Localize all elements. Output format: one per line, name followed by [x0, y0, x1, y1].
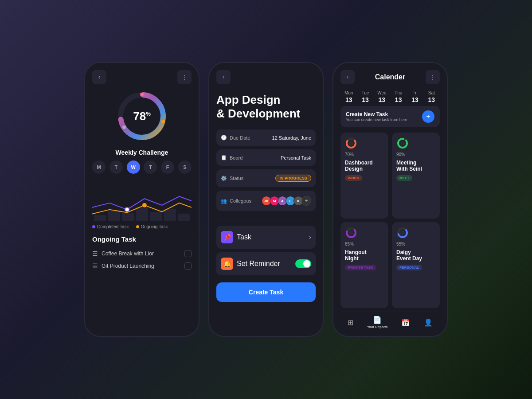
due-date-field: 🕐 Due Date 12 Saturday, June [216, 129, 316, 146]
task-card-2[interactable]: 90% MeetingWith Seinl MEET [392, 133, 440, 219]
task-card-1[interactable]: 70% DashboardDesign WORK [340, 133, 388, 219]
nav-profile[interactable]: 👤 [424, 318, 433, 327]
progress-value: 78% [133, 110, 151, 123]
task-pct-1: 70% [345, 152, 384, 157]
task-donut-1 [345, 137, 357, 149]
task-name-card-1: DashboardDesign [345, 160, 384, 172]
task-name-card-4: DaigyEvent Day [396, 249, 435, 262]
reminder-icon: 🔔 [221, 258, 233, 270]
task-icon: 📌 [221, 231, 233, 243]
task-name-1: Coffee Break with Lior [102, 250, 154, 257]
day-M[interactable]: M [92, 160, 106, 174]
task-tag-1: WORK [345, 175, 362, 181]
chart-legend: Completed Task Ongoing Task [92, 224, 192, 229]
day-F[interactable]: F [161, 160, 174, 174]
phone-2: ‹ App Design & Development 🕐 Due Date 12… [208, 62, 324, 337]
nav-reports[interactable]: 📄 Your Reports [367, 316, 387, 329]
task-tag-4: PERSONAL [396, 265, 422, 270]
new-task-card: Create New Task You can create new task … [340, 106, 440, 127]
phone-3: ‹ Calender ⋮ Mon 13 Tue 13 Wed 13 Thu 13… [332, 62, 448, 337]
tasks-grid: 70% DashboardDesign WORK 90% MeetingWith… [340, 133, 440, 308]
cal-day-sat[interactable]: Sat 13 [423, 90, 440, 103]
collegous-label: 👥 Collegous [221, 198, 251, 204]
cal-day-tue[interactable]: Tue 13 [357, 90, 373, 103]
bottom-nav: ⊞ 📄 Your Reports 📅 👤 [340, 312, 440, 329]
cal-day-wed[interactable]: Wed 13 [374, 90, 390, 103]
calendar-title: Calender [375, 73, 405, 81]
nav-grid[interactable]: ⊞ [348, 318, 353, 327]
task-checkbox-1[interactable] [184, 250, 192, 257]
svg-point-2 [140, 93, 144, 96]
cal-day-fri[interactable]: Fri 13 [407, 90, 423, 103]
task-nav-arrow: › [309, 233, 311, 241]
reminder-label: Set Reminder [237, 260, 280, 268]
svg-point-15 [349, 231, 353, 235]
task-donut-4 [396, 227, 409, 239]
task-pct-4: 55% [396, 242, 435, 246]
svg-point-12 [400, 141, 405, 145]
svg-point-18 [400, 231, 405, 235]
svg-point-4 [122, 125, 126, 129]
svg-point-3 [161, 120, 165, 123]
progress-donut: 78% [92, 90, 192, 143]
task-tag-3: PRIVATE TASK [345, 265, 376, 270]
task-pct-3: 65% [345, 242, 384, 246]
phone2-header: ‹ [216, 70, 316, 84]
task-tag-2: MEET [396, 175, 412, 181]
task-card-3[interactable]: 65% HangoutNight PRIVATE TASK [340, 222, 388, 308]
back-button[interactable]: ‹ [92, 70, 106, 84]
day-W[interactable]: W [127, 160, 140, 174]
task-donut-2 [396, 137, 409, 149]
reminder-row: 🔔 Set Reminder [216, 252, 316, 275]
task-name-2: Git Product Launching [102, 263, 154, 269]
cal-day-thu[interactable]: Thu 13 [390, 90, 407, 103]
nav-calendar[interactable]: 📅 [401, 318, 410, 327]
menu-button[interactable]: ⋮ [177, 70, 192, 84]
task-name-card-3: HangoutNight [345, 249, 384, 262]
status-label: ⚙️ Status [221, 176, 243, 181]
svg-point-9 [349, 141, 353, 145]
board-field: 📋 Board Personal Task [216, 149, 316, 166]
add-avatar-btn[interactable]: + [301, 196, 311, 206]
project-title: App Design & Development [216, 93, 316, 121]
cal-day-mon[interactable]: Mon 13 [340, 90, 357, 103]
task-item-2: ☰ Git Product Launching [92, 260, 192, 272]
back-button-p2[interactable]: ‹ [216, 70, 231, 84]
phone-1: ‹ ⋮ 78% Weekly Challenge [84, 62, 200, 337]
board-value: Personal Task [281, 155, 311, 160]
due-date-label: 🕐 Due Date [221, 135, 250, 141]
status-badge: IN PROGRESS [275, 175, 311, 182]
task-nav-row[interactable]: 📌 Task › [216, 226, 316, 249]
task-item-1: ☰ Coffee Break with Lior [92, 247, 192, 260]
new-task-plus-button[interactable]: + [422, 110, 434, 123]
status-field: ⚙️ Status IN PROGRESS [216, 169, 316, 187]
day-S[interactable]: S [178, 160, 192, 174]
task-checkbox-2[interactable] [184, 262, 192, 270]
menu-button-p3[interactable]: ⋮ [426, 70, 440, 84]
task-card-4[interactable]: 55% DaigyEvent Day PERSONAL [392, 222, 440, 308]
phone1-header: ‹ ⋮ [92, 70, 192, 84]
create-task-button[interactable]: Create Task [216, 282, 316, 302]
days-row: M T W T F S [92, 160, 192, 174]
new-task-sub: You can create new task from here [346, 117, 407, 122]
back-button-p3[interactable]: ‹ [340, 70, 355, 84]
svg-point-6 [142, 203, 147, 207]
collegous-field: 👥 Collegous JK M A L K + [216, 191, 316, 211]
new-task-title: Create New Task [346, 111, 407, 117]
task-pct-2: 90% [396, 152, 435, 157]
divider [216, 220, 316, 220]
task-donut-3 [345, 227, 357, 239]
chart-area [92, 181, 192, 221]
task-name-card-2: MeetingWith Seinl [396, 160, 435, 172]
weekly-challenge-label: Weekly Challenge [92, 149, 192, 156]
phone3-header: ‹ Calender ⋮ [340, 70, 440, 84]
reminder-toggle[interactable] [295, 259, 311, 268]
ongoing-label: Ongoing Task [92, 235, 192, 243]
calendar-days-header: Mon 13 Tue 13 Wed 13 Thu 13 Fri 13 Sat 1… [340, 90, 440, 103]
day-T2[interactable]: T [144, 160, 157, 174]
day-T1[interactable]: T [110, 160, 123, 174]
board-label: 📋 Board [221, 155, 243, 160]
svg-point-5 [125, 207, 129, 212]
due-date-value: 12 Saturday, June [272, 135, 311, 141]
task-nav-label: Task [237, 233, 251, 241]
